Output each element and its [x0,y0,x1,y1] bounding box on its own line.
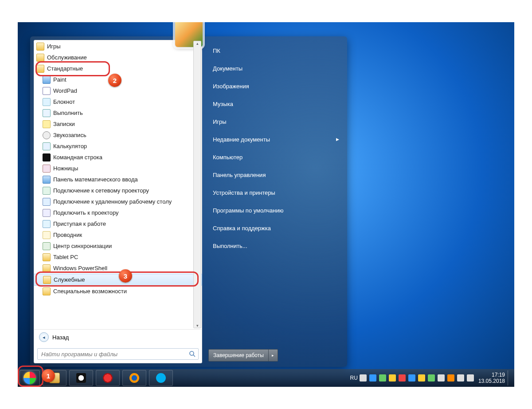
program-item-label: Командная строка [53,154,102,161]
back-button[interactable]: ◂ Назад [34,329,202,345]
tray-flag-icon[interactable] [438,374,445,381]
shutdown-button[interactable]: Завершение работы [208,349,269,362]
program-item-label: Paint [53,76,66,83]
explorer-icon [49,373,60,383]
places-item-label: Изображения [213,83,249,90]
start-icon [43,220,51,228]
generic-icon [43,176,51,184]
program-item-label: Windows PowerShell [53,265,107,271]
taskbar-opera[interactable] [96,370,120,386]
places-item[interactable]: Игры [208,113,343,130]
places-item[interactable]: Компьютер [208,148,343,166]
program-item-label: Выполнить [53,110,83,116]
run-icon [43,109,51,117]
program-item[interactable]: Блокнот [34,96,202,107]
program-item[interactable]: Звукозапись [34,130,202,141]
program-item[interactable]: Записки [34,118,202,130]
places-item[interactable]: ПК [208,42,343,59]
folder-icon [36,65,44,73]
program-item[interactable]: Игры [34,41,202,52]
program-item[interactable]: Paint [34,74,202,85]
search-input[interactable] [37,348,199,360]
program-item[interactable]: Калькулятор [34,141,202,152]
program-item[interactable]: Подключить к проектору [34,207,202,218]
tray-icon[interactable] [408,374,415,381]
tray-icon[interactable] [379,374,386,381]
places-item[interactable]: Панель управления [208,166,343,184]
program-item-label: WordPad [53,87,77,94]
language-indicator[interactable]: RU [350,375,358,381]
firefox-icon [129,373,139,383]
places-item[interactable]: Справка и поддержка [208,219,343,237]
places-item[interactable]: Изображения [208,77,343,95]
places-item-label: Выполнить... [213,243,247,249]
program-item[interactable]: Стандартные [34,63,202,74]
taskbar-firefox[interactable] [122,370,146,386]
taskbar-clock[interactable]: 17:19 13.05.2018 [478,372,505,384]
places-item-label: Устройства и принтеры [213,189,275,196]
taskbar-panda[interactable] [69,370,93,386]
clock-time: 17:19 [478,372,505,378]
program-item[interactable]: Командная строка [34,152,202,163]
program-item[interactable]: Windows PowerShell [34,263,202,274]
program-item[interactable]: Панель математического ввода [34,174,202,185]
tray-icon[interactable] [369,374,376,381]
program-item-label: Обслуживание [47,54,87,61]
program-item-label: Служебные [54,276,85,283]
wordpad-icon [43,87,51,95]
program-item[interactable]: Выполнить [34,107,202,118]
program-item[interactable]: Обслуживание [34,52,202,63]
show-desktop-button[interactable] [508,370,512,385]
program-item[interactable]: Центр синхронизации [34,240,202,252]
tray-up-icon[interactable] [360,374,367,381]
program-item[interactable]: Специальные возможности [34,286,202,297]
skype-icon [156,373,166,383]
places-item-label: Программы по умолчанию [213,207,283,214]
start-button[interactable] [20,370,40,386]
program-item-label: Проводник [53,232,82,238]
places-item[interactable]: Выполнить... [208,237,343,255]
program-item[interactable]: Tablet PC [34,252,202,263]
program-item-label: Звукозапись [53,132,86,138]
clock-date: 13.05.2018 [478,378,505,384]
program-item[interactable]: WordPad [34,85,202,96]
program-item-label: Панель математического ввода [53,176,138,183]
program-item[interactable]: Служебные [34,274,202,286]
program-item[interactable]: Приступая к работе [34,218,202,229]
tray-icon[interactable] [389,374,396,381]
program-item[interactable]: Подключение к удаленному рабочему столу [34,196,202,207]
places-item[interactable]: Документы [208,59,343,77]
program-item-label: Стандартные [47,65,83,72]
cmd-icon [43,153,51,161]
places-item-label: Музыка [213,101,233,107]
tray-icon[interactable] [418,374,425,381]
mic-icon [43,131,51,139]
tray-network-icon[interactable] [428,374,435,381]
program-item-label: Блокнот [53,98,75,105]
places-item[interactable]: Программы по умолчанию [208,201,343,219]
tray-icon[interactable] [447,374,454,381]
shutdown-menu-button[interactable]: ▸ [269,349,278,362]
taskbar-explorer[interactable] [43,370,66,386]
taskbar-skype[interactable] [149,370,173,386]
desktop: ИгрыОбслуживаниеСтандартныеPaintWordPadБ… [18,22,514,387]
program-item-label: Игры [47,43,61,50]
opera-icon [103,373,113,383]
panda-icon [76,373,86,383]
program-item[interactable]: Ножницы [34,163,202,174]
places-item[interactable]: Недавние документы▶ [208,130,343,148]
search-icon [189,350,196,358]
proj-icon [43,209,51,217]
back-label: Назад [52,334,69,341]
program-item[interactable]: Подключение к сетевому проектору [34,185,202,196]
tray-icon[interactable] [399,374,406,381]
start-menu: ИгрыОбслуживаниеСтандартныеPaintWordPadБ… [30,36,347,367]
tray-wifi-icon[interactable] [457,374,464,381]
places-item[interactable]: Музыка [208,95,343,113]
scrollbar[interactable] [193,41,201,328]
program-item[interactable]: Проводник [34,229,202,240]
places-item[interactable]: Устройства и принтеры [208,184,343,201]
svg-line-1 [193,355,195,357]
programs-list: ИгрыОбслуживаниеСтандартныеPaintWordPadБ… [34,40,202,329]
tray-volume-icon[interactable] [467,374,474,381]
